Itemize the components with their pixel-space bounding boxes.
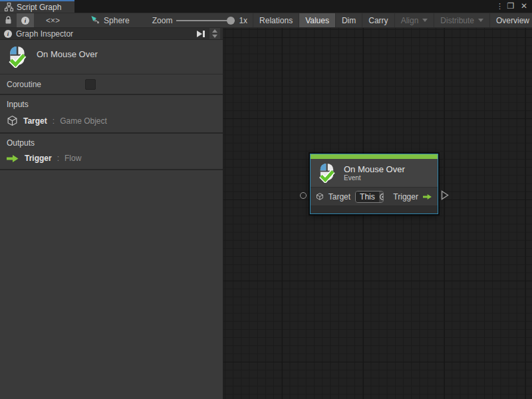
chevron-up-icon xyxy=(212,29,217,33)
graph-canvas[interactable]: On Mouse Over Event Target This xyxy=(223,28,532,399)
input-type: Game Object xyxy=(60,116,107,126)
values-button[interactable]: Values xyxy=(299,13,335,27)
outputs-section: Outputs Trigger : Flow xyxy=(0,134,223,170)
distribute-dropdown[interactable]: Distribute xyxy=(434,13,489,27)
output-type: Flow xyxy=(65,154,81,163)
window-menu-icon[interactable]: ⋮ xyxy=(496,1,503,12)
coroutine-row: Coroutine xyxy=(0,74,223,95)
graph-toolbar: i <×> Sphere Zoom 1x Relations V xyxy=(0,13,532,28)
mouse-event-icon xyxy=(7,46,28,68)
overview-button[interactable]: Overview xyxy=(489,13,532,27)
edit-script-button[interactable]: <×> xyxy=(34,13,72,27)
output-row-trigger: Trigger : Flow xyxy=(7,154,216,163)
zoom-slider-track xyxy=(176,20,235,21)
unit-title: On Mouse Over xyxy=(37,49,98,59)
inspector-toggle-button[interactable]: i xyxy=(17,13,34,27)
dropdown-arrow-icon xyxy=(478,19,483,22)
node-header[interactable]: On Mouse Over Event xyxy=(311,159,438,188)
inspector-empty-area xyxy=(0,170,223,399)
io-separator: : xyxy=(57,154,59,163)
game-object-cube-icon xyxy=(316,192,324,201)
game-object-cube-icon xyxy=(7,115,18,126)
chevron-down-icon xyxy=(212,35,217,38)
input-row-target: Target : Game Object xyxy=(7,115,216,126)
flow-arrow-icon xyxy=(423,193,432,201)
trigger-output-port[interactable] xyxy=(441,190,449,200)
inputs-section: Inputs Target : Game Object xyxy=(0,95,223,134)
relations-button[interactable]: Relations xyxy=(253,13,299,27)
zoom-slider[interactable] xyxy=(176,16,235,25)
mouse-event-icon xyxy=(317,163,336,183)
script-graph-window: Script Graph ⋮ ❐ ✕ i <×> xyxy=(0,0,532,399)
align-dropdown[interactable]: Align xyxy=(394,13,434,27)
unit-summary: On Mouse Over xyxy=(0,40,223,74)
window-controls: ⋮ ❐ ✕ xyxy=(496,0,529,13)
trigger-port-label: Trigger xyxy=(393,192,418,201)
target-input-port[interactable] xyxy=(300,192,307,199)
lock-icon xyxy=(5,16,12,25)
on-mouse-over-node[interactable]: On Mouse Over Event Target This xyxy=(310,154,438,214)
node-port-row: Target This Trigger xyxy=(311,188,438,206)
tab-label: Script Graph xyxy=(17,3,61,12)
tab-bar: Script Graph ⋮ ❐ ✕ xyxy=(0,0,532,13)
code-icon: <×> xyxy=(46,16,60,25)
zoom-slider-handle[interactable] xyxy=(227,17,235,25)
tab-script-graph[interactable]: Script Graph xyxy=(0,0,74,13)
output-name: Trigger xyxy=(25,154,52,163)
header-scrubber[interactable] xyxy=(209,28,220,39)
graph-owner-label: Sphere xyxy=(104,16,130,25)
graph-pointer-icon xyxy=(90,15,100,25)
zoom-value: 1x xyxy=(239,16,247,25)
zoom-control: Zoom 1x xyxy=(147,13,253,27)
main-area: i Graph Inspector xyxy=(0,28,532,399)
target-port-label: Target xyxy=(329,192,350,201)
input-name: Target xyxy=(23,116,47,126)
carry-button[interactable]: Carry xyxy=(362,13,394,27)
object-picker-button[interactable] xyxy=(379,192,384,202)
target-value: This xyxy=(356,192,379,202)
io-separator: : xyxy=(53,116,55,126)
info-icon: i xyxy=(4,30,12,38)
dock-sidebar-icon[interactable] xyxy=(196,30,205,38)
node-color-bar xyxy=(311,154,438,159)
flow-arrow-icon xyxy=(7,154,19,163)
outputs-header: Outputs xyxy=(7,138,216,148)
coroutine-label: Coroutine xyxy=(7,80,85,89)
node-footer xyxy=(311,206,438,213)
graph-inspector-title: Graph Inspector xyxy=(16,29,192,39)
graph-inspector-panel: i Graph Inspector xyxy=(0,28,223,399)
graph-inspector-header: i Graph Inspector xyxy=(0,28,223,40)
close-icon[interactable]: ✕ xyxy=(519,1,529,12)
graph-owner[interactable]: Sphere xyxy=(84,13,136,27)
node-titles: On Mouse Over Event xyxy=(344,164,405,182)
dim-button[interactable]: Dim xyxy=(335,13,362,27)
inputs-header: Inputs xyxy=(7,100,216,109)
node-title: On Mouse Over xyxy=(344,164,405,174)
lock-button[interactable] xyxy=(0,13,17,27)
zoom-label: Zoom xyxy=(152,16,173,25)
script-graph-icon xyxy=(5,3,13,11)
node-subtitle: Event xyxy=(344,174,405,182)
target-value-field[interactable]: This xyxy=(355,191,384,203)
object-picker-icon xyxy=(379,193,384,201)
toolbar-view-buttons: Relations Values Dim Carry Align Distrib… xyxy=(253,13,532,27)
dropdown-arrow-icon xyxy=(422,19,428,22)
coroutine-checkbox[interactable] xyxy=(85,79,96,90)
maximize-icon[interactable]: ❐ xyxy=(505,1,516,12)
info-icon: i xyxy=(21,17,29,25)
